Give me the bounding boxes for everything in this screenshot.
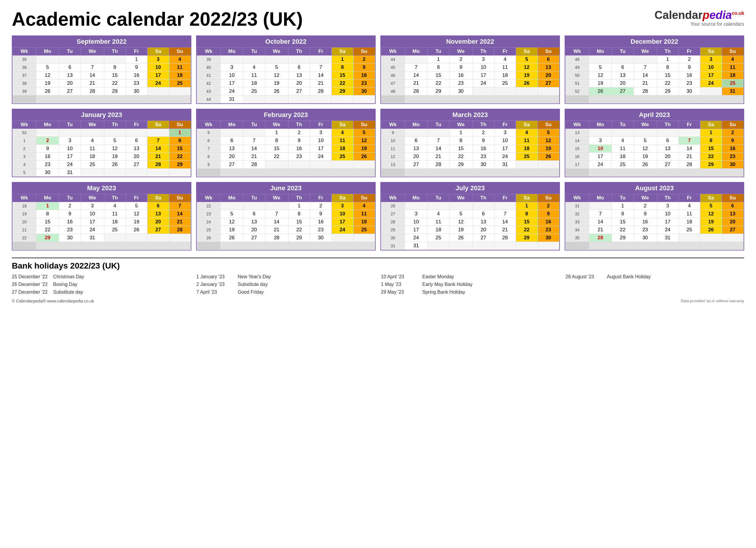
cell-tu: 24 [59,161,81,169]
col-header-sa: Sa [332,48,353,56]
cell-sa: 15 [700,145,722,153]
cell-fr: 27 [126,161,147,169]
cell-wk: 52 [566,87,589,95]
bh-name: Substitute day [238,281,375,288]
month-header-6: March 2023 [381,109,559,120]
cell-fr: 24 [494,153,516,161]
month-9: June 2023WkMoTuWeThFrSaSu221234235678910… [196,182,376,250]
cell-sa [147,87,169,95]
cell-mo: 10 [589,145,612,153]
cell-tu: 22 [612,226,633,234]
cell-we: 5 [633,137,657,145]
cell-sa: 3 [147,56,169,63]
cell-we: 19 [265,79,288,87]
col-header-su: Su [722,48,743,56]
cell-su: 23 [537,226,559,234]
col-header-su: Su [169,121,190,129]
cell-mo [589,95,612,103]
footer-copyright: © Calendarpedia® www.calendarpedia.co.uk [12,299,94,304]
cell-fr [679,95,700,103]
col-header-we: We [449,194,473,202]
bh-item: 1 January '23New Year's Day [196,273,375,281]
col-header-sa: Sa [516,194,537,202]
cell-tu [428,202,449,210]
cell-th: 26 [104,161,126,169]
cell-fr [679,169,700,176]
cell-th [473,202,494,210]
cell-su: 16 [722,145,743,153]
cell-su: 11 [169,63,190,71]
cell-wk: 20 [13,218,36,226]
col-header-we: We [81,194,104,202]
cell-th: 24 [473,79,494,87]
cell-th: 16 [288,145,310,153]
cell-su [353,242,375,249]
cell-su: 23 [353,79,375,87]
cell-th: 13 [657,145,678,153]
cell-mo: 30 [36,169,59,177]
cell-tu: 8 [428,63,449,71]
cell-su: 9 [722,137,743,145]
cell-su: 12 [353,137,375,145]
cell-su [169,169,190,177]
cell-th: 6 [288,63,310,71]
cell-th: 30 [473,161,494,169]
cell-su [353,161,375,169]
month-header-10: July 2023 [381,182,559,194]
cell-su: 26 [353,153,375,161]
cell-su [353,95,375,103]
cell-wk: 24 [197,218,221,226]
cell-wk [197,169,221,176]
cell-we: 14 [633,71,657,79]
cell-tu [243,169,265,176]
cell-mo: 12 [589,71,612,79]
cell-sa [700,87,722,95]
cell-we: 12 [265,71,288,79]
cell-we [633,129,657,137]
cell-we: 19 [449,226,473,234]
cell-wk: 31 [566,202,589,210]
col-header-we: We [633,48,657,56]
cell-th: 11 [104,210,126,218]
cell-wk: 39 [13,87,36,95]
cell-fr [310,95,332,103]
cell-wk: 46 [381,71,405,79]
cell-fr: 14 [679,145,700,153]
cell-we: 23 [449,79,473,87]
col-header-tu: Tu [243,121,265,129]
col-header-su: Su [537,48,559,56]
cell-th: 8 [657,63,678,71]
month-10: July 2023WkMoTuWeThFrSaSu261227345678928… [380,182,560,250]
cell-sa: 27 [147,226,169,234]
cell-wk [13,95,36,103]
bh-date: 28 August '23 [566,273,607,281]
cell-we: 12 [633,145,657,153]
cell-th: 29 [288,234,310,242]
cell-mo: 31 [220,95,243,103]
col-header-th: Th [657,48,678,56]
cell-we: 26 [449,234,473,242]
cell-mo: 6 [220,137,243,145]
cell-wk: 13 [566,129,589,137]
cell-sa [332,242,353,249]
cell-th: 27 [288,87,310,95]
cell-sa: 19 [516,71,537,79]
cell-wk: 6 [197,137,221,145]
bh-name: Good Friday [238,288,375,296]
cell-sa: 17 [700,71,722,79]
col-header-fr: Fr [126,121,147,129]
cell-fr: 10 [310,137,332,145]
cell-mo: 21 [589,226,612,234]
cell-tu: 1 [428,56,449,63]
cell-wk: 44 [381,56,405,63]
cell-su: 18 [169,71,190,79]
cell-th: 18 [104,218,126,226]
cell-fr: 9 [310,210,332,218]
cell-tu: 28 [428,161,449,169]
cell-mo: 10 [220,71,243,79]
col-header-su: Su [169,48,190,56]
cell-we [81,129,104,137]
col-header-su: Su [722,121,743,129]
cell-sa: 8 [700,137,722,145]
bh-date: 10 April '23 [381,273,422,281]
